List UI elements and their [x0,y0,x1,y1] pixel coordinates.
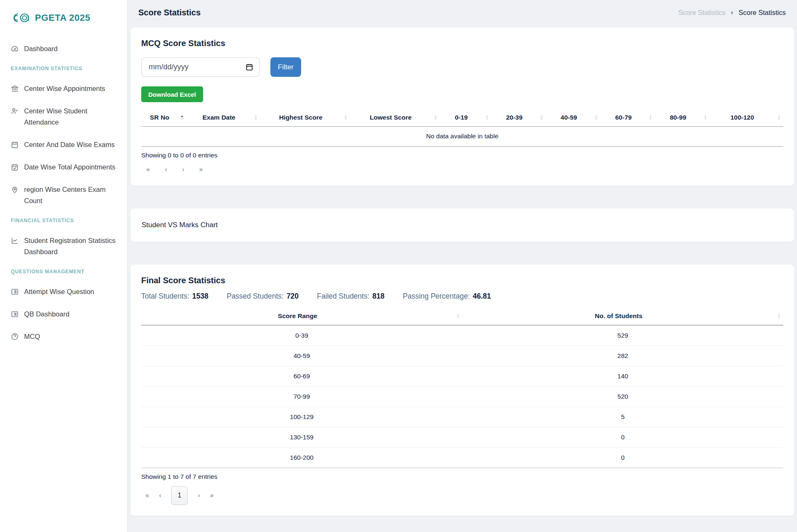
stat-passing-percentage: Passing Percentage:46.81 [403,292,491,301]
pagination-last-button[interactable]: » [199,166,203,173]
student-count-cell: 0 [462,427,783,447]
column-header-lowest-score[interactable]: Lowest Score▲▼ [350,109,439,127]
nav-section-questions-management: QUESTIONS MANAGEMENT [11,269,116,275]
chart-section-title: Student VS Marks Chart [142,221,218,229]
nav-section-financial-statistics: FINANCIAL STATISTICS [11,218,116,223]
score-range-cell: 0-39 [141,325,462,346]
pagination-next-button[interactable]: › [198,492,200,499]
final-showing-entries: Showing 1 to 7 of 7 entries [141,473,783,481]
sort-icon: ▲▼ [254,115,257,120]
mcq-pagination: «‹›» [141,166,783,173]
table-row: 60-69140 [141,366,783,386]
sidebar-item-qb-dashboard[interactable]: QB Dashboard [11,309,116,320]
brand-logo-icon [11,12,31,24]
calendar-picker-icon[interactable] [245,63,253,71]
student-count-cell: 529 [462,325,783,346]
column-header-sr-no[interactable]: SR No▲▼ [141,109,186,127]
pagination-first-button[interactable]: « [145,492,149,499]
column-header-60-79[interactable]: 60-79▲▼ [600,109,655,127]
date-input-placeholder: mm/dd/yyyy [149,63,189,71]
final-pagination: «‹1›» [141,486,783,505]
empty-table-message: No data available in table [141,127,783,147]
stat-passed-students: Passed Students:720 [227,292,299,301]
final-score-table: Score Range▲▼No. of Students▲▼ 0-3952940… [141,307,783,468]
list-icon [11,288,19,296]
question-circle-icon [11,333,19,341]
sidebar-item-region-wise-centers-exam-count[interactable]: region Wise Centers Exam Count [11,184,116,206]
table-row: 100-1295 [141,407,783,427]
sort-icon: ▲▼ [649,115,652,120]
pagination-prev-button[interactable]: ‹ [159,492,161,499]
table-row: 160-2000 [141,447,783,468]
nav-section-examination-statistics: EXAMINATION STATISTICS [11,66,116,71]
column-header-100-120[interactable]: 100-120▲▼ [709,109,783,127]
final-score-stats: Total Students:1538Passed Students:720Fa… [141,292,783,301]
final-score-statistics-card: Final Score Statistics Total Students:15… [130,265,794,516]
sort-icon: ▲▼ [777,115,781,120]
score-range-cell: 60-69 [141,366,462,386]
column-header-80-99[interactable]: 80-99▲▼ [655,109,709,127]
column-header-20-39[interactable]: 20-39▲▼ [491,109,546,127]
brand[interactable]: PGETA 2025 [11,10,116,26]
table-row: 40-59282 [141,346,783,366]
stat-failed-students: Failed Students:818 [317,292,385,301]
table-row: 70-99520 [141,386,783,407]
sort-icon: ▲▼ [456,313,460,319]
calendar-check-icon [11,163,19,171]
sidebar-item-center-and-date-wise-exams[interactable]: Center And Date Wise Exams [11,139,116,150]
chart-line-icon [11,237,19,245]
main-content: Score Statistics Score Statistics › Scor… [128,0,797,532]
sort-icon: ▲▼ [594,115,598,120]
column-header-0-19[interactable]: 0-19▲▼ [440,109,491,127]
column-header-highest-score[interactable]: Highest Score▲▼ [260,109,350,127]
sort-icon: ▲▼ [486,115,489,120]
sidebar-item-center-wise-appointments[interactable]: Center Wise Appointments [11,83,116,94]
sidebar-nav: DashboardEXAMINATION STATISTICSCenter Wi… [11,38,116,379]
pagination-first-button[interactable]: « [146,166,150,173]
sidebar-item-attempt-wise-question[interactable]: Attempt Wise Question [11,286,116,297]
mcq-section-title: MCQ Score Statistics [141,38,783,48]
pagination-prev-button[interactable]: ‹ [165,166,167,173]
score-range-cell: 130-159 [141,427,462,447]
app-root: PGETA 2025 DashboardEXAMINATION STATISTI… [0,0,797,532]
map-pin-icon [11,186,19,194]
mcq-showing-entries: Showing 0 to 0 of 0 entries [141,152,783,159]
sidebar-item-student-registration-statistics-dashboard[interactable]: Student Registration Statistics Dashboar… [11,235,116,257]
list-icon [11,310,19,318]
student-count-cell: 520 [462,386,783,407]
sidebar-item-center-wise-student-attendance[interactable]: Center Wise Student Attendance [11,105,116,128]
filter-button[interactable]: Filter [270,57,301,77]
column-header-40-59[interactable]: 40-59▲▼ [546,109,600,127]
brand-name: PGETA 2025 [35,12,90,23]
user-check-icon [11,107,19,115]
table-row: 130-1590 [141,427,783,447]
empty-table-row: No data available in table [141,127,783,147]
pagination-next-button[interactable]: › [182,166,184,173]
column-header-no-of-students[interactable]: No. of Students▲▼ [462,307,783,325]
chevron-right-icon: › [731,8,733,17]
table-row: 0-39529 [141,325,783,346]
pagination-page-1-button[interactable]: 1 [171,486,188,505]
pagination-last-button[interactable]: » [210,492,214,499]
mcq-score-statistics-card: MCQ Score Statistics mm/dd/yyyy Filter D… [130,27,794,186]
column-header-score-range[interactable]: Score Range▲▼ [141,307,462,325]
exam-date-input[interactable]: mm/dd/yyyy [141,57,260,77]
sidebar-item-dashboard[interactable]: Dashboard [11,43,116,54]
student-count-cell: 0 [462,447,783,468]
sort-icon: ▲▼ [540,115,543,120]
sort-icon: ▲▼ [704,115,707,120]
breadcrumb-parent-link[interactable]: Score Statistics [678,9,726,17]
score-range-cell: 100-129 [141,407,462,427]
mcq-score-table: SR No▲▼Exam Date▲▼Highest Score▲▼Lowest … [141,109,783,147]
download-excel-button[interactable]: Download Excel [141,86,203,102]
sidebar-item-date-wise-total-appointments[interactable]: Date Wise Total Appointments [11,162,116,173]
final-section-title: Final Score Statistics [141,275,783,285]
sidebar-item-mcq[interactable]: MCQ [11,331,116,342]
calendar-icon [11,141,19,149]
score-range-cell: 160-200 [141,447,462,468]
sidebar: PGETA 2025 DashboardEXAMINATION STATISTI… [0,0,128,532]
column-header-exam-date[interactable]: Exam Date▲▼ [186,109,260,127]
page-title: Score Statistics [138,8,201,17]
sort-icon: ▲▼ [344,115,348,120]
score-range-cell: 70-99 [141,386,462,407]
